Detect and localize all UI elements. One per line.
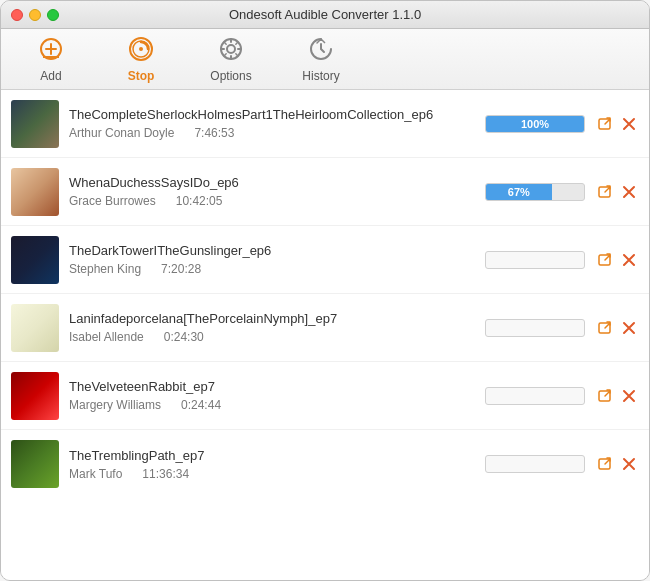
toolbar-item-history[interactable]: History xyxy=(291,35,351,83)
row-actions xyxy=(595,114,639,134)
table-row: TheDarkTowerITheGunslinger_ep6Stephen Ki… xyxy=(1,226,649,294)
progress-bar: 67% xyxy=(485,183,585,201)
progress-area xyxy=(485,387,585,405)
row-sub: Grace Burrowes10:42:05 xyxy=(69,194,475,208)
table-row: WhenaDuchessSaysIDo_ep6Grace Burrowes10:… xyxy=(1,158,649,226)
progress-label: 67% xyxy=(508,186,530,198)
remove-button[interactable] xyxy=(619,386,639,406)
titlebar: Ondesoft Audible Converter 1.1.0 xyxy=(1,1,649,29)
progress-bar: 100% xyxy=(485,115,585,133)
progress-area xyxy=(485,455,585,473)
row-info: TheVelveteenRabbit_ep7Margery Williams0:… xyxy=(69,379,475,412)
progress-area: 67% xyxy=(485,183,585,201)
progress-empty xyxy=(485,319,585,337)
row-info: TheDarkTowerITheGunslinger_ep6Stephen Ki… xyxy=(69,243,475,276)
open-file-button[interactable] xyxy=(595,318,615,338)
add-icon xyxy=(37,35,65,67)
toolbar-item-add[interactable]: Add xyxy=(21,35,81,83)
row-duration: 0:24:44 xyxy=(181,398,221,412)
progress-label: 100% xyxy=(521,118,549,130)
row-info: TheTremblingPath_ep7Mark Tufo11:36:34 xyxy=(69,448,475,481)
remove-button[interactable] xyxy=(619,250,639,270)
toolbar-item-stop[interactable]: Stop xyxy=(111,35,171,83)
progress-area: 100% xyxy=(485,115,585,133)
row-author: Stephen King xyxy=(69,262,141,276)
toolbar-item-options[interactable]: Options xyxy=(201,35,261,83)
row-title: TheTremblingPath_ep7 xyxy=(69,448,475,463)
toolbar: Add Stop Options xyxy=(1,29,649,90)
open-file-button[interactable] xyxy=(595,114,615,134)
app-title: Ondesoft Audible Converter 1.1.0 xyxy=(229,7,421,22)
row-sub: Arthur Conan Doyle7:46:53 xyxy=(69,126,475,140)
stop-icon xyxy=(127,35,155,67)
remove-button[interactable] xyxy=(619,318,639,338)
row-sub: Stephen King7:20:28 xyxy=(69,262,475,276)
table-row: TheVelveteenRabbit_ep7Margery Williams0:… xyxy=(1,362,649,430)
history-icon xyxy=(307,35,335,67)
progress-fill: 100% xyxy=(486,116,584,132)
row-duration: 11:36:34 xyxy=(142,467,189,481)
row-sub: Margery Williams0:24:44 xyxy=(69,398,475,412)
row-author: Arthur Conan Doyle xyxy=(69,126,174,140)
remove-button[interactable] xyxy=(619,454,639,474)
options-icon xyxy=(217,35,245,67)
remove-button[interactable] xyxy=(619,182,639,202)
history-label: History xyxy=(302,69,339,83)
svg-point-5 xyxy=(227,45,235,53)
progress-empty xyxy=(485,455,585,473)
progress-fill: 67% xyxy=(486,184,552,200)
row-info: Laninfadeporcelana[ThePorcelainNymph]_ep… xyxy=(69,311,475,344)
row-actions xyxy=(595,182,639,202)
svg-point-3 xyxy=(139,47,143,51)
row-info: WhenaDuchessSaysIDo_ep6Grace Burrowes10:… xyxy=(69,175,475,208)
open-file-button[interactable] xyxy=(595,386,615,406)
cover-art xyxy=(11,168,59,216)
options-label: Options xyxy=(210,69,251,83)
row-actions xyxy=(595,318,639,338)
progress-area xyxy=(485,251,585,269)
progress-empty xyxy=(485,387,585,405)
open-file-button[interactable] xyxy=(595,250,615,270)
cover-art xyxy=(11,304,59,352)
stop-label: Stop xyxy=(128,69,155,83)
row-info: TheCompleteSherlockHolmesPart1TheHeirloo… xyxy=(69,107,475,140)
open-file-button[interactable] xyxy=(595,454,615,474)
row-author: Grace Burrowes xyxy=(69,194,156,208)
row-sub: Mark Tufo11:36:34 xyxy=(69,467,475,481)
row-title: TheVelveteenRabbit_ep7 xyxy=(69,379,475,394)
window-controls xyxy=(11,9,59,21)
cover-art xyxy=(11,440,59,488)
table-row: TheTremblingPath_ep7Mark Tufo11:36:34 xyxy=(1,430,649,498)
row-author: Isabel Allende xyxy=(69,330,144,344)
row-actions xyxy=(595,250,639,270)
content-area: TheCompleteSherlockHolmesPart1TheHeirloo… xyxy=(1,90,649,581)
row-actions xyxy=(595,454,639,474)
row-duration: 10:42:05 xyxy=(176,194,223,208)
row-author: Mark Tufo xyxy=(69,467,122,481)
maximize-window-button[interactable] xyxy=(47,9,59,21)
row-title: TheCompleteSherlockHolmesPart1TheHeirloo… xyxy=(69,107,475,122)
row-duration: 7:20:28 xyxy=(161,262,201,276)
add-label: Add xyxy=(40,69,61,83)
close-window-button[interactable] xyxy=(11,9,23,21)
minimize-window-button[interactable] xyxy=(29,9,41,21)
row-title: Laninfadeporcelana[ThePorcelainNymph]_ep… xyxy=(69,311,475,326)
cover-art xyxy=(11,100,59,148)
table-row: TheCompleteSherlockHolmesPart1TheHeirloo… xyxy=(1,90,649,158)
row-title: WhenaDuchessSaysIDo_ep6 xyxy=(69,175,475,190)
cover-art xyxy=(11,372,59,420)
row-actions xyxy=(595,386,639,406)
open-file-button[interactable] xyxy=(595,182,615,202)
table-row: Laninfadeporcelana[ThePorcelainNymph]_ep… xyxy=(1,294,649,362)
progress-empty xyxy=(485,251,585,269)
row-sub: Isabel Allende0:24:30 xyxy=(69,330,475,344)
row-author: Margery Williams xyxy=(69,398,161,412)
row-duration: 7:46:53 xyxy=(194,126,234,140)
progress-area xyxy=(485,319,585,337)
row-title: TheDarkTowerITheGunslinger_ep6 xyxy=(69,243,475,258)
cover-art xyxy=(11,236,59,284)
row-duration: 0:24:30 xyxy=(164,330,204,344)
remove-button[interactable] xyxy=(619,114,639,134)
